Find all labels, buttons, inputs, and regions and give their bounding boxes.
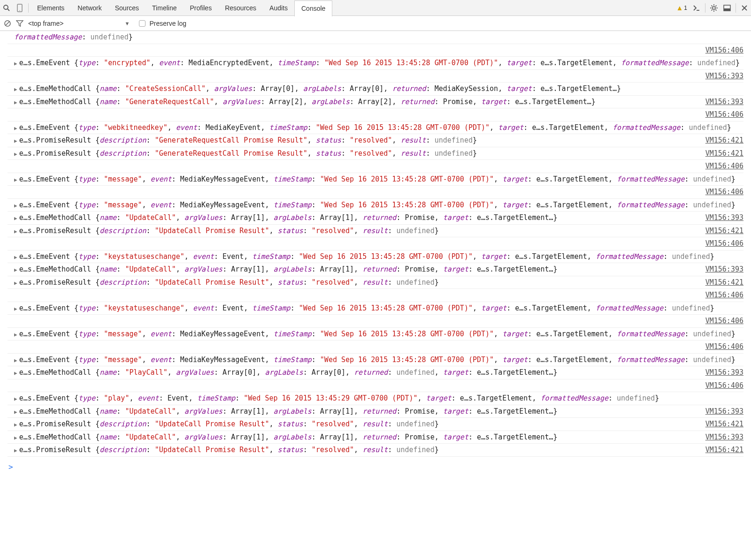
expand-icon[interactable]: ▶ — [14, 254, 17, 260]
frame-selector[interactable]: <top frame> ▼ — [28, 20, 130, 27]
svg-point-3 — [19, 10, 20, 11]
chevron-down-icon: ▼ — [125, 21, 130, 26]
log-entry: ▶e…s.EmeEvent {type: "message", event: M… — [8, 328, 743, 341]
expand-icon[interactable]: ▶ — [14, 280, 17, 286]
log-entry: ▶e…s.EmeEvent {type: "message", event: M… — [8, 173, 743, 186]
source-link[interactable]: VM156:421 — [696, 135, 743, 146]
source-link[interactable]: VM156:406 — [696, 45, 743, 56]
expand-icon[interactable]: ▶ — [14, 177, 17, 183]
expand-icon[interactable]: ▶ — [14, 370, 17, 376]
log-entry: ▶e…s.EmeEvent {type: "keystatuseschange"… — [8, 250, 743, 264]
log-entry: ▶e…s.EmeEvent {type: "encrypted", event:… — [8, 57, 743, 70]
console-prompt-icon[interactable] — [690, 5, 703, 11]
source-link[interactable]: VM156:406 — [696, 316, 743, 326]
log-entry: ▶e…s.PromiseResult {description: "Update… — [8, 418, 743, 431]
log-entry: formattedMessage: undefined} — [8, 31, 743, 44]
svg-marker-20 — [16, 21, 23, 26]
log-entry: ▶e…s.EmeEvent {type: "message", event: M… — [8, 199, 743, 212]
tab-network[interactable]: Network — [71, 0, 108, 16]
tab-audits[interactable]: Audits — [263, 0, 294, 16]
source-link[interactable]: VM156:406 — [696, 109, 743, 120]
device-icon[interactable] — [13, 4, 26, 12]
log-entry: ▶e…s.PromiseResult {description: "Update… — [8, 225, 743, 238]
console-toolbar: <top frame> ▼ Preserve log — [0, 16, 751, 31]
tab-sources[interactable]: Sources — [108, 0, 146, 16]
source-link[interactable]: VM156:393 — [696, 432, 743, 443]
tab-resources[interactable]: Resources — [218, 0, 263, 16]
svg-rect-15 — [724, 8, 730, 11]
preserve-log-checkbox[interactable]: Preserve log — [139, 20, 186, 27]
expand-icon[interactable]: ▶ — [14, 447, 17, 454]
expand-icon[interactable]: ▶ — [14, 332, 17, 338]
source-link[interactable]: VM156:406 — [696, 290, 743, 301]
source-link[interactable]: VM156:421 — [696, 148, 743, 159]
tab-console[interactable]: Console — [294, 0, 332, 16]
log-entry: ▶e…s.PromiseResult {description: "Update… — [8, 444, 743, 457]
source-link[interactable]: VM156:393 — [696, 212, 743, 223]
log-entry: ▶e…s.PromiseResult {description: "Genera… — [8, 147, 743, 160]
expand-icon[interactable]: ▶ — [14, 357, 17, 363]
log-entry: ▶e…s.EmeMethodCall {name: "PlayCall", ar… — [8, 366, 743, 379]
source-link[interactable]: VM156:406 — [696, 238, 743, 249]
expand-icon[interactable]: ▶ — [14, 99, 17, 106]
tab-elements[interactable]: Elements — [31, 0, 71, 16]
log-entry: ▶e…s.PromiseResult {description: "Update… — [8, 276, 743, 289]
expand-icon[interactable]: ▶ — [14, 396, 17, 402]
console-prompt[interactable]: > — [0, 461, 751, 473]
source-link[interactable]: VM156:406 — [696, 161, 743, 172]
expand-icon[interactable]: ▶ — [14, 203, 17, 209]
expand-icon[interactable]: ▶ — [14, 215, 17, 221]
source-link[interactable]: VM156:421 — [696, 445, 743, 455]
panel-tabs: ElementsNetworkSourcesTimelineProfilesRe… — [31, 0, 332, 16]
expand-icon[interactable]: ▶ — [14, 306, 17, 312]
source-link[interactable]: VM156:393 — [696, 264, 743, 275]
log-entry: ▶e…s.EmeEvent {type: "webkitneedkey", ev… — [8, 121, 743, 135]
svg-line-13 — [715, 5, 716, 6]
svg-line-1 — [8, 9, 9, 11]
close-icon[interactable] — [738, 5, 751, 11]
expand-icon[interactable]: ▶ — [14, 151, 17, 157]
console-output: formattedMessage: undefined}VM156:406▶e…… — [0, 31, 751, 461]
expand-icon[interactable]: ▶ — [14, 409, 17, 415]
expand-icon[interactable]: ▶ — [14, 138, 17, 144]
expand-icon[interactable]: ▶ — [14, 422, 17, 428]
expand-icon[interactable]: ▶ — [14, 228, 17, 235]
svg-line-10 — [712, 5, 713, 6]
log-entry: ▶e…s.EmeMethodCall {name: "CreateSession… — [8, 83, 743, 96]
clear-icon[interactable] — [4, 20, 11, 27]
source-link[interactable]: VM156:421 — [696, 419, 743, 430]
source-link[interactable]: VM156:393 — [696, 71, 743, 82]
search-icon[interactable] — [0, 4, 13, 12]
warning-indicator[interactable]: ▲1 — [676, 4, 687, 12]
svg-line-12 — [712, 9, 713, 10]
source-link[interactable]: VM156:393 — [696, 97, 743, 107]
log-entry: ▶e…s.EmeMethodCall {name: "UpdateCall", … — [8, 263, 743, 276]
dock-icon[interactable] — [720, 5, 734, 11]
expand-icon[interactable]: ▶ — [14, 125, 17, 131]
expand-icon[interactable]: ▶ — [14, 435, 17, 441]
log-entry: ▶e…s.EmeMethodCall {name: "UpdateCall", … — [8, 405, 743, 418]
svg-line-19 — [6, 22, 9, 25]
svg-point-0 — [4, 5, 8, 9]
source-link[interactable]: VM156:406 — [696, 380, 743, 391]
log-entry: ▶e…s.EmeEvent {type: "message", event: M… — [8, 354, 743, 367]
source-link[interactable]: VM156:421 — [696, 226, 743, 236]
tab-timeline[interactable]: Timeline — [146, 0, 183, 16]
tab-profiles[interactable]: Profiles — [183, 0, 218, 16]
source-link[interactable]: VM156:393 — [696, 367, 743, 378]
devtools-tabbar: ElementsNetworkSourcesTimelineProfilesRe… — [0, 0, 751, 16]
source-link[interactable]: VM156:393 — [696, 406, 743, 417]
gear-icon[interactable] — [707, 4, 720, 12]
log-entry: ▶e…s.EmeEvent {type: "keystatuseschange"… — [8, 302, 743, 315]
source-link[interactable]: VM156:406 — [696, 341, 743, 352]
log-entry: ▶e…s.PromiseResult {description: "Genera… — [8, 134, 743, 147]
svg-point-5 — [713, 7, 715, 9]
log-entry: ▶e…s.EmeMethodCall {name: "GenerateReque… — [8, 96, 743, 109]
source-link[interactable]: VM156:421 — [696, 277, 743, 288]
expand-icon[interactable]: ▶ — [14, 267, 17, 273]
log-entry: ▶e…s.EmeMethodCall {name: "UpdateCall", … — [8, 431, 743, 444]
expand-icon[interactable]: ▶ — [14, 86, 17, 92]
filter-icon[interactable] — [16, 20, 23, 27]
source-link[interactable]: VM156:406 — [696, 187, 743, 197]
expand-icon[interactable]: ▶ — [14, 61, 17, 67]
